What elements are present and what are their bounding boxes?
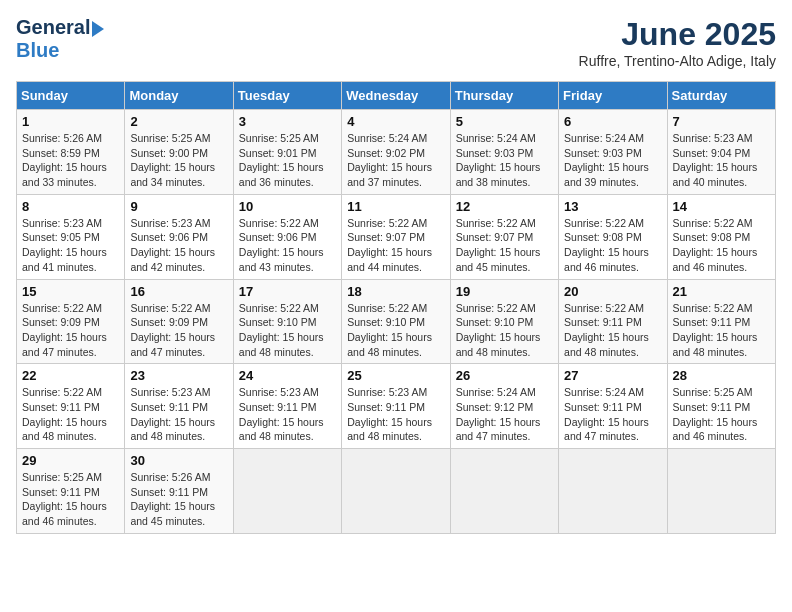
col-monday: Monday bbox=[125, 82, 233, 110]
title-area: June 2025 Ruffre, Trentino-Alto Adige, I… bbox=[579, 16, 776, 69]
day-number: 11 bbox=[347, 199, 444, 214]
table-row: 20 Sunrise: 5:22 AM Sunset: 9:11 PM Dayl… bbox=[559, 279, 667, 364]
table-row bbox=[233, 449, 341, 534]
table-row: 26 Sunrise: 5:24 AM Sunset: 9:12 PM Dayl… bbox=[450, 364, 558, 449]
day-info: Sunrise: 5:22 AM Sunset: 9:10 PM Dayligh… bbox=[347, 301, 444, 360]
day-number: 9 bbox=[130, 199, 227, 214]
col-sunday: Sunday bbox=[17, 82, 125, 110]
day-info: Sunrise: 5:24 AM Sunset: 9:12 PM Dayligh… bbox=[456, 385, 553, 444]
col-wednesday: Wednesday bbox=[342, 82, 450, 110]
table-row: 30 Sunrise: 5:26 AM Sunset: 9:11 PM Dayl… bbox=[125, 449, 233, 534]
calendar-week-row: 15 Sunrise: 5:22 AM Sunset: 9:09 PM Dayl… bbox=[17, 279, 776, 364]
day-number: 5 bbox=[456, 114, 553, 129]
day-info: Sunrise: 5:25 AM Sunset: 9:01 PM Dayligh… bbox=[239, 131, 336, 190]
table-row bbox=[342, 449, 450, 534]
table-row: 3 Sunrise: 5:25 AM Sunset: 9:01 PM Dayli… bbox=[233, 110, 341, 195]
table-row: 11 Sunrise: 5:22 AM Sunset: 9:07 PM Dayl… bbox=[342, 194, 450, 279]
day-number: 10 bbox=[239, 199, 336, 214]
day-info: Sunrise: 5:23 AM Sunset: 9:04 PM Dayligh… bbox=[673, 131, 770, 190]
day-info: Sunrise: 5:22 AM Sunset: 9:08 PM Dayligh… bbox=[564, 216, 661, 275]
day-number: 1 bbox=[22, 114, 119, 129]
calendar-week-row: 1 Sunrise: 5:26 AM Sunset: 8:59 PM Dayli… bbox=[17, 110, 776, 195]
day-info: Sunrise: 5:24 AM Sunset: 9:03 PM Dayligh… bbox=[564, 131, 661, 190]
table-row bbox=[667, 449, 775, 534]
table-row: 22 Sunrise: 5:22 AM Sunset: 9:11 PM Dayl… bbox=[17, 364, 125, 449]
table-row: 25 Sunrise: 5:23 AM Sunset: 9:11 PM Dayl… bbox=[342, 364, 450, 449]
table-row: 9 Sunrise: 5:23 AM Sunset: 9:06 PM Dayli… bbox=[125, 194, 233, 279]
day-info: Sunrise: 5:25 AM Sunset: 9:11 PM Dayligh… bbox=[22, 470, 119, 529]
table-row: 18 Sunrise: 5:22 AM Sunset: 9:10 PM Dayl… bbox=[342, 279, 450, 364]
day-info: Sunrise: 5:22 AM Sunset: 9:10 PM Dayligh… bbox=[456, 301, 553, 360]
day-info: Sunrise: 5:24 AM Sunset: 9:11 PM Dayligh… bbox=[564, 385, 661, 444]
day-number: 13 bbox=[564, 199, 661, 214]
table-row: 7 Sunrise: 5:23 AM Sunset: 9:04 PM Dayli… bbox=[667, 110, 775, 195]
table-row: 15 Sunrise: 5:22 AM Sunset: 9:09 PM Dayl… bbox=[17, 279, 125, 364]
table-row: 28 Sunrise: 5:25 AM Sunset: 9:11 PM Dayl… bbox=[667, 364, 775, 449]
col-thursday: Thursday bbox=[450, 82, 558, 110]
day-number: 22 bbox=[22, 368, 119, 383]
day-info: Sunrise: 5:22 AM Sunset: 9:09 PM Dayligh… bbox=[130, 301, 227, 360]
table-row: 21 Sunrise: 5:22 AM Sunset: 9:11 PM Dayl… bbox=[667, 279, 775, 364]
day-info: Sunrise: 5:22 AM Sunset: 9:07 PM Dayligh… bbox=[347, 216, 444, 275]
day-info: Sunrise: 5:22 AM Sunset: 9:11 PM Dayligh… bbox=[673, 301, 770, 360]
table-row: 29 Sunrise: 5:25 AM Sunset: 9:11 PM Dayl… bbox=[17, 449, 125, 534]
table-row: 13 Sunrise: 5:22 AM Sunset: 9:08 PM Dayl… bbox=[559, 194, 667, 279]
calendar-week-row: 29 Sunrise: 5:25 AM Sunset: 9:11 PM Dayl… bbox=[17, 449, 776, 534]
day-info: Sunrise: 5:22 AM Sunset: 9:09 PM Dayligh… bbox=[22, 301, 119, 360]
calendar-table: Sunday Monday Tuesday Wednesday Thursday… bbox=[16, 81, 776, 534]
day-number: 28 bbox=[673, 368, 770, 383]
day-number: 21 bbox=[673, 284, 770, 299]
header: General Blue June 2025 Ruffre, Trentino-… bbox=[16, 16, 776, 69]
day-info: Sunrise: 5:23 AM Sunset: 9:11 PM Dayligh… bbox=[347, 385, 444, 444]
day-number: 27 bbox=[564, 368, 661, 383]
day-number: 12 bbox=[456, 199, 553, 214]
day-info: Sunrise: 5:22 AM Sunset: 9:11 PM Dayligh… bbox=[564, 301, 661, 360]
day-number: 20 bbox=[564, 284, 661, 299]
day-number: 24 bbox=[239, 368, 336, 383]
day-info: Sunrise: 5:23 AM Sunset: 9:06 PM Dayligh… bbox=[130, 216, 227, 275]
day-number: 14 bbox=[673, 199, 770, 214]
day-number: 25 bbox=[347, 368, 444, 383]
day-number: 16 bbox=[130, 284, 227, 299]
day-number: 8 bbox=[22, 199, 119, 214]
table-row: 12 Sunrise: 5:22 AM Sunset: 9:07 PM Dayl… bbox=[450, 194, 558, 279]
table-row: 24 Sunrise: 5:23 AM Sunset: 9:11 PM Dayl… bbox=[233, 364, 341, 449]
logo-blue-text: Blue bbox=[16, 39, 59, 61]
table-row: 5 Sunrise: 5:24 AM Sunset: 9:03 PM Dayli… bbox=[450, 110, 558, 195]
day-number: 17 bbox=[239, 284, 336, 299]
day-info: Sunrise: 5:24 AM Sunset: 9:03 PM Dayligh… bbox=[456, 131, 553, 190]
table-row: 14 Sunrise: 5:22 AM Sunset: 9:08 PM Dayl… bbox=[667, 194, 775, 279]
table-row: 2 Sunrise: 5:25 AM Sunset: 9:00 PM Dayli… bbox=[125, 110, 233, 195]
day-info: Sunrise: 5:22 AM Sunset: 9:06 PM Dayligh… bbox=[239, 216, 336, 275]
day-info: Sunrise: 5:24 AM Sunset: 9:02 PM Dayligh… bbox=[347, 131, 444, 190]
month-title: June 2025 bbox=[579, 16, 776, 53]
day-number: 7 bbox=[673, 114, 770, 129]
logo-general-text: General bbox=[16, 16, 90, 39]
day-number: 29 bbox=[22, 453, 119, 468]
day-info: Sunrise: 5:26 AM Sunset: 8:59 PM Dayligh… bbox=[22, 131, 119, 190]
day-number: 15 bbox=[22, 284, 119, 299]
day-info: Sunrise: 5:22 AM Sunset: 9:10 PM Dayligh… bbox=[239, 301, 336, 360]
day-info: Sunrise: 5:23 AM Sunset: 9:11 PM Dayligh… bbox=[130, 385, 227, 444]
col-saturday: Saturday bbox=[667, 82, 775, 110]
day-info: Sunrise: 5:22 AM Sunset: 9:11 PM Dayligh… bbox=[22, 385, 119, 444]
day-number: 19 bbox=[456, 284, 553, 299]
day-info: Sunrise: 5:26 AM Sunset: 9:11 PM Dayligh… bbox=[130, 470, 227, 529]
calendar-body: 1 Sunrise: 5:26 AM Sunset: 8:59 PM Dayli… bbox=[17, 110, 776, 534]
table-row: 10 Sunrise: 5:22 AM Sunset: 9:06 PM Dayl… bbox=[233, 194, 341, 279]
day-info: Sunrise: 5:22 AM Sunset: 9:07 PM Dayligh… bbox=[456, 216, 553, 275]
table-row: 23 Sunrise: 5:23 AM Sunset: 9:11 PM Dayl… bbox=[125, 364, 233, 449]
logo: General Blue bbox=[16, 16, 104, 62]
day-info: Sunrise: 5:25 AM Sunset: 9:00 PM Dayligh… bbox=[130, 131, 227, 190]
col-friday: Friday bbox=[559, 82, 667, 110]
calendar-week-row: 8 Sunrise: 5:23 AM Sunset: 9:05 PM Dayli… bbox=[17, 194, 776, 279]
table-row: 4 Sunrise: 5:24 AM Sunset: 9:02 PM Dayli… bbox=[342, 110, 450, 195]
day-number: 18 bbox=[347, 284, 444, 299]
day-number: 26 bbox=[456, 368, 553, 383]
day-info: Sunrise: 5:23 AM Sunset: 9:05 PM Dayligh… bbox=[22, 216, 119, 275]
col-tuesday: Tuesday bbox=[233, 82, 341, 110]
day-number: 6 bbox=[564, 114, 661, 129]
logo-arrow-icon bbox=[92, 21, 104, 37]
table-row bbox=[450, 449, 558, 534]
location-title: Ruffre, Trentino-Alto Adige, Italy bbox=[579, 53, 776, 69]
